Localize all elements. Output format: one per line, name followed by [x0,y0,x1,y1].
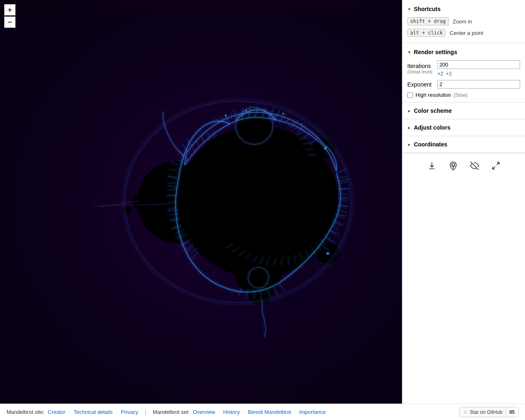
footer-site-label: Mandelbrot.site: [7,409,45,415]
svg-point-22 [324,147,326,150]
download-button[interactable] [425,158,439,173]
iterations-label: Iterations [407,63,432,69]
multiply-button[interactable]: ×2 [437,71,443,77]
shortcut-row-center: alt + click Center a point [407,29,520,37]
hide-button[interactable] [467,158,482,173]
color-scheme-title: Color scheme [414,107,452,114]
fullscreen-icon [491,161,500,170]
footer: Mandelbrot.site: Creator · Technical det… [0,404,525,420]
render-settings-header[interactable]: ▼ Render settings [407,47,520,57]
render-settings-title: Render settings [414,49,457,55]
iterations-label-group: Iterations (Detail level) [407,63,432,74]
svg-point-16 [282,113,284,114]
color-scheme-triangle: ► [407,109,411,113]
github-label-text: Star on GitHub [470,409,502,415]
svg-point-17 [301,123,302,125]
footer-link-importance[interactable]: Importance [299,409,326,415]
render-settings-triangle: ▼ [407,50,411,55]
zoom-in-button[interactable]: + [4,4,16,16]
shortcut-row-zoom: shift + drag Zoom in [407,17,520,25]
svg-point-23 [327,252,329,255]
right-panel: ▼ Shortcuts shift + drag Zoom in alt + c… [402,0,525,404]
footer-link-history[interactable]: History [223,409,240,415]
iterations-input-group: ×2 +2 [437,60,520,77]
shortcuts-title: Shortcuts [414,6,441,12]
footer-sep-2: · [116,409,118,415]
shortcuts-section: ▼ Shortcuts shift + drag Zoom in alt + c… [402,0,525,43]
svg-point-2 [137,161,215,243]
footer-set-label: Mandelbrot set: [153,409,190,415]
footer-link-benoit[interactable]: Benoit Mandelbrot [248,409,291,415]
shortcut-kbd-center: alt + click [407,29,445,37]
high-res-checkbox[interactable] [407,92,413,98]
render-grid: Iterations (Detail level) ×2 +2 Exponent [407,60,520,98]
high-res-label: High resolution [415,92,451,98]
coordinates-triangle: ► [407,142,411,147]
star-icon: ☆ [463,409,468,415]
iter-controls: ×2 +2 [437,71,520,77]
footer-link-technical[interactable]: Technical details [73,409,112,415]
coordinates-section[interactable]: ► Coordinates [402,136,525,153]
exponent-input[interactable] [437,80,520,89]
adjust-colors-title: Adjust colors [414,124,450,131]
zoom-controls: + − [4,4,16,28]
pin-icon [449,161,458,170]
footer-sep-3: · [218,409,220,415]
adjust-colors-section[interactable]: ► Adjust colors [402,119,525,136]
coordinates-title: Coordinates [414,141,447,148]
add-button[interactable]: +2 [446,71,452,77]
high-res-row: High resolution (Slow) [407,92,520,98]
adjust-colors-triangle: ► [407,126,411,130]
bottom-toolbar [402,153,525,178]
shortcuts-header[interactable]: ▼ Shortcuts [407,4,520,14]
shortcut-kbd-zoom: shift + drag [407,17,449,25]
shortcut-desc-center: Center a point [450,30,483,36]
fullscreen-button[interactable] [488,158,503,173]
shortcut-desc-zoom: Zoom in [453,18,472,25]
footer-sep-5: · [294,409,296,415]
github-star-button[interactable]: ☆ Star on GitHub 85 [459,407,518,417]
zoom-out-button[interactable]: − [4,16,16,28]
github-star-label: ☆ Star on GitHub [460,407,506,417]
svg-point-14 [245,110,247,112]
fractal-svg [0,0,402,404]
eye-slash-icon [470,161,479,170]
footer-sep-4: · [243,409,244,415]
footer-link-creator[interactable]: Creator [48,409,66,415]
slow-label: (Slow) [454,92,468,98]
svg-line-100 [492,167,495,169]
svg-line-99 [496,162,499,165]
footer-pipe: | [145,409,146,415]
canvas-area[interactable]: + − [0,0,402,404]
download-icon [427,161,436,170]
footer-link-overview[interactable]: Overview [193,409,215,415]
render-settings-section: ▼ Render settings Iterations (Detail lev… [402,43,525,103]
github-star-count: 85 [506,408,518,417]
pin-button[interactable] [446,158,461,173]
color-scheme-section[interactable]: ► Color scheme [402,103,525,119]
iterations-sublabel: (Detail level) [407,69,432,74]
svg-point-3 [236,110,273,142]
footer-sep-1: · [69,409,71,415]
exponent-label: Exponent [407,81,432,88]
footer-link-privacy[interactable]: Privacy [121,409,139,415]
shortcuts-triangle: ▼ [407,7,411,11]
iterations-input[interactable] [437,60,520,69]
